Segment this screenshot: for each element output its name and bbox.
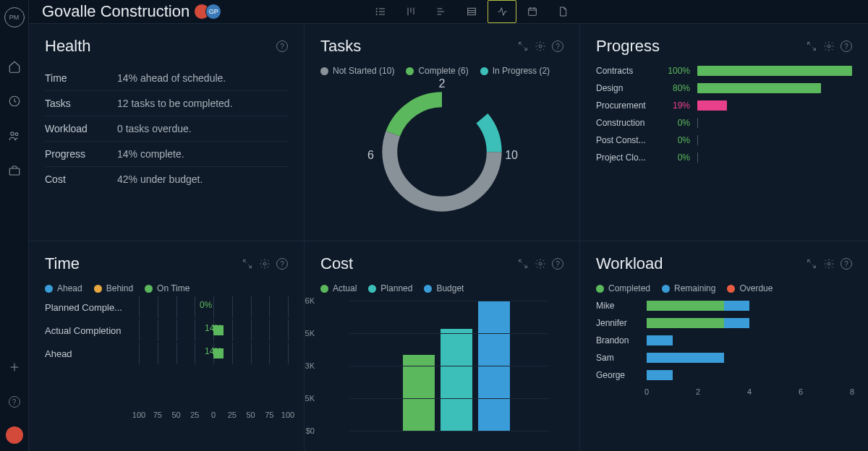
expand-icon[interactable] — [517, 40, 529, 52]
view-activity-icon[interactable] — [488, 0, 516, 23]
workload-title: Workload — [596, 254, 663, 273]
legend-item: In Progress (2) — [480, 66, 550, 76]
svg-point-16 — [827, 262, 830, 265]
health-row: Tasks12 tasks to be completed. — [45, 91, 288, 116]
svg-point-2 — [15, 133, 18, 136]
view-list-icon[interactable] — [366, 0, 395, 23]
legend-item: Completed — [596, 283, 650, 293]
gear-icon[interactable] — [535, 258, 546, 270]
time-panel: Time ? AheadBehindOn Time Planned Comple… — [29, 241, 304, 451]
view-gantt-icon[interactable] — [427, 0, 456, 23]
legend-item: Actual — [320, 283, 357, 293]
svg-point-15 — [539, 262, 542, 265]
svg-point-5 — [376, 11, 377, 12]
view-calendar-icon[interactable] — [518, 0, 547, 23]
svg-rect-3 — [9, 168, 20, 175]
cost-bar — [441, 329, 472, 431]
legend-item: Complete (6) — [406, 66, 468, 76]
health-panel: Health ? Time14% ahead of schedule.Tasks… — [29, 24, 304, 241]
time-title: Time — [45, 254, 80, 273]
user-avatar[interactable] — [6, 426, 23, 444]
progress-row: Post Const...0% — [596, 135, 852, 145]
help-icon[interactable]: ? — [276, 40, 288, 52]
progress-row: Design80% — [596, 83, 852, 93]
tasks-panel: Tasks ? Not Started (10)Complete (6)In P… — [305, 24, 579, 241]
expand-icon[interactable] — [242, 258, 253, 270]
help-icon[interactable]: ? — [841, 258, 852, 270]
health-row: Cost42% under budget. — [45, 167, 288, 192]
briefcase-icon[interactable] — [7, 163, 22, 178]
legend-item: Overdue — [727, 283, 773, 293]
gear-icon[interactable] — [823, 40, 835, 52]
app-logo[interactable]: PM — [4, 7, 25, 27]
workload-panel: Workload ? CompletedRemainingOverdue Mik… — [580, 241, 868, 451]
health-row: Workload0 tasks overdue. — [45, 116, 288, 142]
donut-label-notstarted: 10 — [505, 149, 518, 162]
workload-row: Jennifer — [596, 318, 852, 328]
health-row: Time14% ahead of schedule. — [45, 66, 288, 91]
svg-point-4 — [376, 8, 377, 9]
help-icon[interactable]: ? — [552, 40, 563, 52]
legend-item: On Time — [145, 283, 190, 293]
legend-item: Planned — [368, 283, 412, 293]
help-icon[interactable]: ? — [841, 40, 852, 52]
workload-row: Brandon — [596, 335, 852, 345]
legend-item: Ahead — [45, 283, 82, 293]
cost-bar-chart: 6K4.5K3K1.5K$0 — [349, 301, 563, 445]
health-row: Progress14% complete. — [45, 142, 288, 167]
svg-rect-7 — [468, 8, 476, 14]
progress-title: Progress — [596, 37, 660, 56]
help-icon[interactable]: ? — [276, 258, 288, 270]
help-icon[interactable]: ? — [552, 258, 563, 270]
donut-label-complete: 6 — [367, 149, 374, 162]
people-icon[interactable] — [7, 129, 22, 143]
view-document-icon[interactable] — [548, 0, 577, 23]
help-icon[interactable]: ? — [7, 395, 22, 409]
health-title: Health — [45, 37, 91, 56]
time-row: Ahead14% — [45, 347, 288, 360]
progress-panel: Progress ? Contracts100%Design80%Procure… — [580, 24, 868, 241]
view-table-icon[interactable] — [457, 0, 486, 23]
expand-icon[interactable] — [517, 258, 529, 270]
tasks-title: Tasks — [320, 37, 361, 56]
svg-point-6 — [376, 14, 377, 14]
left-sidebar: PM ? — [0, 0, 29, 451]
expand-icon[interactable] — [806, 40, 817, 52]
workload-row: Sam — [596, 353, 852, 363]
tasks-donut-chart: 2 10 6 — [373, 83, 511, 220]
progress-row: Contracts100% — [596, 66, 852, 76]
svg-point-9 — [539, 45, 542, 48]
cost-panel: Cost ? ActualPlannedBudget 6K4.5K3K1.5K$… — [305, 241, 579, 451]
page-title: Govalle Construction — [42, 2, 190, 21]
svg-rect-8 — [529, 8, 537, 15]
topbar: Govalle Construction GP — [29, 0, 868, 24]
progress-row: Procurement19% — [596, 100, 852, 111]
svg-point-14 — [263, 262, 266, 265]
legend-item: Not Started (10) — [320, 66, 394, 76]
gear-icon[interactable] — [535, 40, 546, 52]
time-row: Actual Completion14% — [45, 324, 288, 337]
view-board-icon[interactable] — [396, 0, 425, 23]
time-row: Planned Comple...0% — [45, 301, 288, 314]
add-icon[interactable] — [7, 360, 22, 374]
legend-item: Remaining — [662, 283, 715, 293]
expand-icon[interactable] — [806, 258, 817, 270]
cost-title: Cost — [320, 254, 353, 273]
home-icon[interactable] — [7, 59, 22, 74]
workload-row: George — [596, 370, 852, 380]
gear-icon[interactable] — [823, 258, 835, 270]
gear-icon[interactable] — [259, 258, 271, 270]
donut-label-inprogress: 2 — [439, 77, 446, 90]
progress-row: Construction0% — [596, 118, 852, 128]
svg-point-1 — [10, 132, 14, 136]
legend-item: Behind — [94, 283, 133, 293]
svg-point-13 — [827, 45, 830, 48]
legend-item: Budget — [424, 283, 464, 293]
workload-row: Mike — [596, 301, 852, 311]
member-avatars[interactable]: GP — [198, 4, 221, 20]
progress-row: Project Clo...0% — [596, 153, 852, 163]
clock-icon[interactable] — [7, 94, 22, 108]
